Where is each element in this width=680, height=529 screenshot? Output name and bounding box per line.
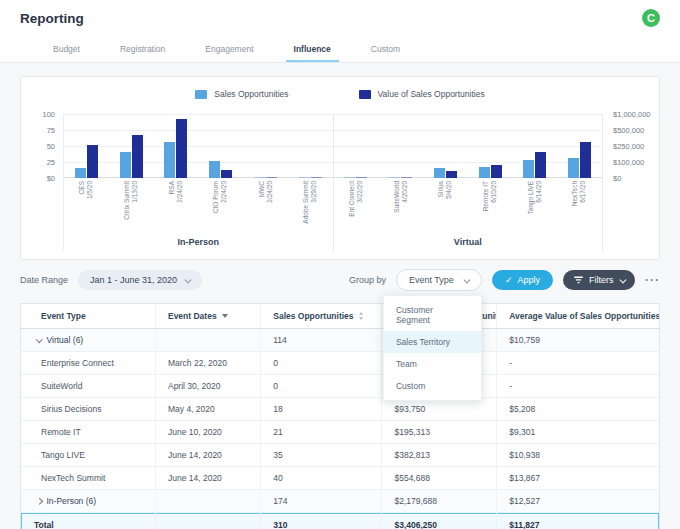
value-of-sales-opportunities-bar — [446, 171, 457, 178]
event-name: Total — [34, 520, 54, 529]
column-header-average-value-of-sales-opportunities[interactable]: Average Value of Sales Opportunities — [496, 304, 659, 328]
cell-event-dates — [155, 513, 260, 529]
tab-bar: BudgetRegistrationEngagementInfluenceCus… — [0, 36, 680, 63]
x-axis-label: Remote IT6/10/20 — [482, 181, 498, 211]
cell-event-type: In-Person (6) — [21, 490, 155, 512]
bar-pair-adobe-summit — [288, 177, 333, 179]
bar-pair-nextech — [557, 142, 602, 178]
cell-sales-opportunities: 18 — [260, 398, 381, 420]
value-of-sales-opportunities-bar — [176, 119, 187, 178]
table-row-tango-live: Tango LIVEJune 14, 202035$382,813$10,938 — [21, 444, 659, 467]
right-axis: $1,000,000$500,000$250,000$100,000$0 — [603, 114, 659, 178]
apply-button[interactable]: ✓ Apply — [492, 270, 553, 290]
cell-event-dates: June 14, 2020 — [155, 467, 260, 489]
x-label-slot: MWC2/24/20 — [243, 178, 288, 236]
x-axis-label: CIO Forum2/24/20 — [213, 181, 229, 213]
tab-budget[interactable]: Budget — [45, 36, 88, 62]
cell-event-dates — [155, 329, 260, 351]
legend-swatch-icon — [359, 90, 371, 99]
x-axis-label: Tango LIVE6/14/20 — [527, 181, 543, 215]
group-name-label: In-Person — [64, 236, 333, 251]
date-range-value: Jan 1 - June 31, 2020 — [90, 275, 177, 285]
chevron-down-icon — [464, 276, 470, 282]
brand-logo-icon[interactable]: C — [642, 9, 660, 27]
tab-custom[interactable]: Custom — [363, 36, 408, 62]
right-axis-tick: $0 — [613, 174, 621, 183]
group-by-menu: Customer SegmentSales TerritoryTeamCusto… — [383, 295, 482, 401]
bar-pair-tango-live — [513, 152, 558, 178]
right-axis-tick: $1,000,000 — [613, 110, 651, 119]
cell-event-type: Total — [21, 513, 155, 529]
cell-sales-opportunities: 0 — [260, 352, 381, 374]
cell-average-value: $13,867 — [496, 467, 659, 489]
event-name: Sirius Decisions — [41, 404, 101, 414]
x-axis-label: NexTech6/17/20 — [572, 181, 588, 206]
cell-average-value: $12,527 — [496, 490, 659, 512]
left-axis-tick: 25 — [47, 158, 55, 167]
sales-opportunities-bar — [344, 177, 355, 179]
x-label-slot: CIO Forum2/24/20 — [198, 178, 243, 236]
value-of-sales-opportunities-bar — [356, 177, 367, 179]
sales-opportunities-bar — [209, 161, 220, 178]
table-row-virtual-6[interactable]: Virtual (6)114$1,226,563$10,759 — [21, 329, 659, 352]
menu-item-customer-segment[interactable]: Customer Segment — [384, 299, 481, 331]
left-axis: 100755025$0 — [21, 114, 63, 178]
value-of-sales-opportunities-bar — [87, 145, 98, 178]
x-label-slot: NexTech6/17/20 — [557, 178, 602, 236]
bar-groups: CES1/5/20Citrix Summit1/13/20RSA2/24/20C… — [63, 114, 603, 251]
cell-value-of-sales-opportunities: $382,813 — [381, 444, 496, 466]
more-options-button[interactable]: ··· — [645, 273, 660, 287]
tab-engagement[interactable]: Engagement — [197, 36, 261, 62]
column-header-sales-opportunities[interactable]: Sales Opportunities — [260, 304, 381, 328]
chart-legend: Sales OpportunitiesValue of Sales Opport… — [21, 89, 659, 99]
group-name-label: Virtual — [334, 236, 603, 251]
x-axis-label: CES1/5/20 — [78, 181, 94, 199]
chevron-down-icon[interactable] — [36, 336, 42, 342]
cell-sales-opportunities: 174 — [260, 490, 381, 512]
column-header-event-type[interactable]: Event Type — [21, 304, 155, 328]
cell-sales-opportunities: 0 — [260, 375, 381, 397]
chevron-right-icon[interactable] — [36, 498, 42, 504]
value-of-sales-opportunities-bar — [266, 177, 277, 179]
table-row-total: Total310$3,406,250$11,827 — [21, 513, 659, 529]
cell-event-dates: May 4, 2020 — [155, 398, 260, 420]
value-of-sales-opportunities-bar — [491, 165, 502, 178]
bar-pair-cio-forum — [198, 161, 243, 178]
tab-registration[interactable]: Registration — [112, 36, 173, 62]
column-header-label: Event Type — [41, 311, 86, 321]
data-table: Event TypeEvent DatesSales Opportunities… — [20, 303, 660, 529]
x-label-slot: Sirius5/4/20 — [423, 178, 468, 236]
menu-item-sales-territory[interactable]: Sales Territory — [384, 331, 481, 353]
group-by-select[interactable]: Event Type Customer SegmentSales Territo… — [396, 269, 482, 291]
column-header-label: Sales Opportunities — [273, 311, 353, 321]
filters-button[interactable]: Filters — [563, 270, 635, 290]
cell-event-dates: March 22, 2020 — [155, 352, 260, 374]
check-icon: ✓ — [505, 275, 513, 285]
menu-item-custom[interactable]: Custom — [384, 375, 481, 397]
cell-value-of-sales-opportunities: $93,750 — [381, 398, 496, 420]
table-row-remote-it: Remote ITJune 10, 202021$195,313$9,301 — [21, 421, 659, 444]
cell-average-value: $11,827 — [496, 513, 659, 529]
cell-average-value: - — [496, 375, 659, 397]
x-label-slot: Citrix Summit1/13/20 — [109, 178, 154, 236]
table-row-suiteworld: SuiteWorldApril 30, 20200$0- — [21, 375, 659, 398]
cell-value-of-sales-opportunities: $3,406,250 — [381, 513, 496, 529]
table-row-in-person-6[interactable]: In-Person (6)174$2,179,688$12,527 — [21, 490, 659, 513]
column-header-label: Average Value of Sales Opportunities — [509, 311, 659, 321]
date-range-label: Date Range — [20, 275, 68, 285]
cell-event-type: Virtual (6) — [21, 329, 155, 351]
tab-influence[interactable]: Influence — [286, 36, 339, 62]
event-name: SuiteWorld — [41, 381, 82, 391]
menu-item-team[interactable]: Team — [384, 353, 481, 375]
x-label-slot: Remote IT6/10/20 — [468, 178, 513, 236]
cell-event-type: Enterprise Connect — [21, 352, 155, 374]
column-header-event-dates[interactable]: Event Dates — [155, 304, 260, 328]
cell-event-dates — [155, 490, 260, 512]
event-name: Remote IT — [41, 427, 81, 437]
x-axis-label: RSA2/24/20 — [168, 181, 184, 203]
content-area: Sales OpportunitiesValue of Sales Opport… — [0, 76, 680, 529]
value-of-sales-opportunities-bar — [401, 177, 412, 179]
right-axis-tick: $500,000 — [613, 126, 644, 135]
x-labels-row: CES1/5/20Citrix Summit1/13/20RSA2/24/20C… — [64, 178, 333, 236]
date-range-selector[interactable]: Jan 1 - June 31, 2020 — [78, 270, 202, 290]
